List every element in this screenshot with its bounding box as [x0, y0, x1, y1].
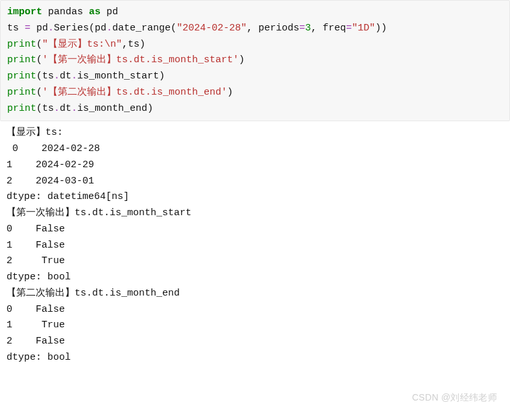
ts-open: (ts	[36, 103, 54, 114]
code-output-cell: 【显示】ts: 0 2024-02-28 1 2024-02-29 2 2024…	[0, 121, 510, 369]
alias-name: pd	[101, 6, 118, 18]
series-call: Series(pd	[54, 23, 106, 34]
operator-eq: =	[346, 23, 352, 34]
dot: .	[54, 103, 60, 114]
periods-arg: , periods	[247, 23, 299, 34]
number-3: 3	[305, 23, 311, 34]
is-month-start: is_month_start)	[77, 71, 165, 82]
dt-attr: dt	[60, 103, 71, 114]
keyword-import: import	[7, 6, 42, 18]
output-line: 【第一次输出】ts.dt.is_month_start	[6, 207, 191, 218]
watermark-text: CSDN @刘经纬老师	[412, 390, 497, 404]
output-line: 2 True	[6, 255, 65, 266]
ts-open: (ts	[36, 71, 54, 82]
ts-arg: ,ts)	[122, 39, 145, 50]
code-input-cell: import pandas as pd ts = pd.Series(pd.da…	[0, 0, 510, 121]
operator-assign: =	[25, 23, 30, 34]
print-fn: print	[7, 87, 36, 98]
open-paren: (	[36, 39, 42, 50]
output-line: 0 2024-02-28	[6, 143, 100, 154]
print-fn: print	[7, 54, 36, 65]
keyword-as: as	[89, 6, 101, 18]
pd-name: pd	[30, 23, 48, 34]
output-line: 1 False	[6, 240, 65, 251]
close-paren: ))	[375, 23, 387, 34]
dot: .	[54, 71, 60, 82]
string-1d: "1D"	[352, 23, 375, 34]
output-line: 【显示】ts:	[6, 127, 63, 138]
print-fn: print	[7, 103, 36, 114]
dot: .	[48, 23, 54, 34]
string-second: '【第二次输出】ts.dt.is_month_end'	[42, 87, 227, 98]
dot: .	[71, 71, 77, 82]
output-line: 1 True	[6, 320, 65, 331]
var-ts: ts	[7, 23, 25, 34]
open-paren: (	[36, 54, 42, 65]
output-line: 2 2024-03-01	[6, 176, 94, 187]
output-line: dtype: datetime64[ns]	[6, 191, 129, 202]
output-line: dtype: bool	[6, 272, 71, 283]
string-date: "2024-02-28"	[176, 23, 247, 34]
dot: .	[106, 23, 112, 34]
output-line: 0 False	[6, 304, 65, 315]
dt-attr: dt	[60, 71, 71, 82]
is-month-end: is_month_end)	[77, 103, 153, 114]
print-fn: print	[7, 71, 36, 82]
operator-eq: =	[299, 23, 305, 34]
dot: .	[71, 103, 77, 114]
output-line: 0 False	[6, 224, 65, 235]
string-display: "【显示】ts:\n"	[42, 39, 122, 50]
output-line: 1 2024-02-29	[6, 159, 94, 170]
freq-arg: , freq	[311, 23, 346, 34]
open-paren: (	[36, 87, 42, 98]
date-range: date_range(	[112, 23, 176, 34]
close-paren: )	[227, 87, 233, 98]
string-first: '【第一次输出】ts.dt.is_month_start'	[42, 54, 239, 65]
close-paren: )	[239, 54, 245, 65]
output-line: 2 False	[6, 336, 65, 347]
output-line: 【第二次输出】ts.dt.is_month_end	[6, 288, 180, 299]
output-line: dtype: bool	[6, 352, 71, 363]
print-fn: print	[7, 39, 36, 50]
module-name: pandas	[42, 6, 89, 18]
